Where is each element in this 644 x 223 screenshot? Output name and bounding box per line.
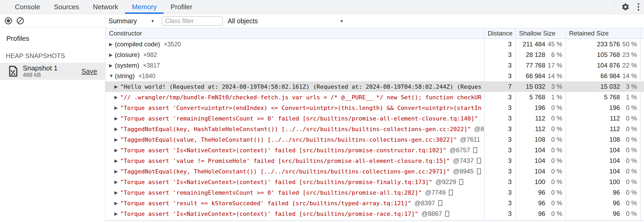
constructor-name: "TaggedNotEqual(value, TheHoleConstant()… (120, 136, 457, 143)
expand-arrow-icon[interactable]: ▶ (114, 84, 120, 90)
expand-arrow-icon[interactable]: ▶ (114, 105, 120, 111)
table-row[interactable]: ▶ "Torque assert 'Is<NativeContext>(cont… (105, 145, 644, 155)
expand-arrow-icon[interactable]: ▶ (114, 116, 120, 121)
constructor-cell: ▶ (compiled code) ×3520 (105, 39, 484, 50)
table-row[interactable]: ▶ "Hello world! (Requested at: 2024-08-1… (105, 81, 644, 92)
table-row[interactable]: ▶ "Torque assert 'remainingElementsCount… (105, 187, 644, 198)
scrollbar-gutter (640, 39, 644, 50)
reveal-box-icon (477, 158, 481, 164)
scrollbar-gutter (640, 71, 644, 81)
grid-rows: ▶ (compiled code) ×3520 3 211 48445 % 23… (105, 39, 644, 219)
constructor-name: "Torque assert 'Is<NativeContext>(contex… (120, 147, 446, 154)
expand-arrow-icon[interactable]: ▶ (114, 137, 120, 142)
table-row[interactable]: ▶ "TaggedNotEqual(value, TheHoleConstant… (105, 134, 644, 145)
tab-profiler[interactable]: Profiler (164, 0, 199, 14)
shallow-size-cell: 66 98414 % (515, 71, 565, 81)
clear-all-icon[interactable] (17, 17, 24, 24)
scrollbar-gutter (640, 113, 644, 124)
tab-console[interactable]: Console (8, 0, 47, 14)
instance-count: ×1840 (138, 73, 155, 80)
expand-arrow-icon[interactable]: ▶ (114, 148, 120, 153)
toolbar-divider (614, 3, 614, 11)
object-id: @8867 (422, 210, 442, 217)
retained-size-cell: 5 7681 % (565, 92, 640, 102)
constructor-cell: ▶ "Torque assert 'Is<NativeContext>(cont… (105, 145, 484, 155)
grid-bottom-edge (105, 219, 644, 221)
expand-arrow-icon[interactable]: ▶ (114, 95, 120, 100)
constructor-name: "Hello world! (Requested at: 2024-08-19T… (120, 83, 481, 90)
shallow-size-cell: 5 7681 % (515, 92, 565, 102)
tab-sources[interactable]: Sources (47, 0, 86, 14)
expand-arrow-icon[interactable]: ▶ (114, 211, 120, 217)
scrollbar-gutter (640, 81, 644, 92)
table-row[interactable]: ▼ (string) ×1840 3 66 98414 % 66 98414 % (105, 71, 644, 81)
scrollbar-gutter (640, 145, 644, 155)
expand-arrow-icon[interactable]: ▶ (114, 190, 120, 195)
expand-arrow-icon[interactable]: ▶ (114, 126, 120, 132)
table-row[interactable]: ▶ "TaggedNotEqual(key, TheHoleConstant()… (105, 166, 644, 177)
retained-size-cell: 1120 % (565, 124, 640, 134)
constructor-name: (system) (115, 62, 139, 69)
scrollbar-gutter (640, 102, 644, 113)
table-row[interactable]: ▶ (system) ×3817 3 77 76817 % 104 87622 … (105, 60, 644, 71)
object-filter-select[interactable]: All objects ▼ (228, 17, 345, 25)
scrollbar-gutter (640, 177, 644, 187)
column-header-distance[interactable]: Distance (484, 28, 515, 38)
scrollbar-gutter (640, 166, 644, 177)
class-filter-input[interactable] (162, 16, 223, 26)
profiles-heading: Profiles (6, 34, 105, 43)
distance-cell: 3 (484, 187, 515, 198)
tab-network[interactable]: Network (86, 0, 125, 14)
expand-arrow-icon[interactable]: ▶ (109, 42, 115, 47)
expand-arrow-icon[interactable]: ▶ (114, 169, 120, 174)
table-row[interactable]: ▶ (compiled code) ×3520 3 211 48445 % 23… (105, 39, 644, 50)
distance-cell: 3 (484, 177, 515, 187)
table-row[interactable]: ▶ "Torque assert 'Is<NativeContext>(cont… (105, 177, 644, 187)
record-icon[interactable] (5, 17, 12, 24)
constructor-name: "Torque assert 'result == kStoreSucceded… (120, 200, 411, 207)
snapshot-list-item[interactable]: Snapshot 1 468 kB Save (0, 63, 105, 80)
kebab-menu-icon[interactable] (637, 2, 640, 12)
constructor-name: "Torque assert 'Is<NativeContext>(contex… (120, 179, 432, 185)
table-row[interactable]: ▶ "Torque assert 'value != PromiseHole' … (105, 155, 644, 166)
table-row[interactable]: ▶ "Torque assert 'remainingElementsCount… (105, 113, 644, 124)
constructor-cell: ▶ "Hello world! (Requested at: 2024-08-1… (105, 81, 484, 92)
tab-memory[interactable]: Memory (125, 0, 164, 14)
reveal-box-icon (449, 190, 453, 195)
snapshot-title: Snapshot 1 (23, 64, 82, 72)
table-row[interactable]: ▶ "TaggedNotEqual(key, HashTableHoleCons… (105, 124, 644, 134)
save-link[interactable]: Save (82, 67, 97, 75)
chevron-down-icon: ▼ (151, 19, 156, 23)
scrollbar-gutter (640, 187, 644, 198)
retained-size-cell: 66 98414 % (565, 71, 640, 81)
expand-arrow-icon[interactable]: ▶ (109, 63, 115, 68)
retained-size-cell: 1000 % (565, 177, 640, 187)
reveal-box-icon (438, 200, 442, 206)
object-id: @7437 (453, 157, 474, 164)
table-row[interactable]: ▶ "// .wrangler/tmp/bundle-FmNIt0/checke… (105, 92, 644, 102)
expand-arrow-icon[interactable]: ▶ (114, 200, 120, 206)
distance-cell: 7 (484, 81, 515, 92)
table-row[interactable]: ▶ "Torque assert 'Convert<uintptr>(endIn… (105, 102, 644, 113)
expand-arrow-icon[interactable]: ▶ (114, 158, 120, 164)
gear-icon[interactable] (621, 3, 630, 11)
table-row[interactable]: ▶ (closure) ×982 3 28 1286 % 105 76823 % (105, 50, 644, 60)
column-header-shallow-size[interactable]: Shallow Size (515, 28, 565, 38)
devtools-tabbar: Console Sources Network Memory Profiler (0, 0, 644, 14)
expand-arrow-icon[interactable]: ▶ (114, 179, 120, 185)
distance-cell: 3 (484, 71, 515, 81)
shallow-size-cell: 15 0323 % (515, 81, 565, 92)
distance-cell: 3 (484, 92, 515, 102)
expand-arrow-icon[interactable]: ▼ (109, 73, 115, 79)
retained-size-cell: 233 57650 % (565, 39, 640, 50)
table-row[interactable]: ▶ "Torque assert 'Is<NativeContext>(cont… (105, 208, 644, 219)
tab-label: Memory (132, 3, 157, 11)
shallow-size-cell: 1040 % (515, 145, 565, 155)
constructor-name: "Torque assert 'remainingElementsCount >… (120, 189, 422, 196)
column-header-retained-size[interactable]: Retained Size (565, 28, 640, 38)
table-row[interactable]: ▶ "Torque assert 'result == kStoreSucced… (105, 198, 644, 208)
expand-arrow-icon[interactable]: ▶ (109, 52, 115, 58)
retained-size-cell: 15 0323 % (565, 81, 640, 92)
column-header-constructor[interactable]: Constructor (105, 28, 484, 38)
perspective-select[interactable]: Summary ▼ (109, 17, 156, 25)
